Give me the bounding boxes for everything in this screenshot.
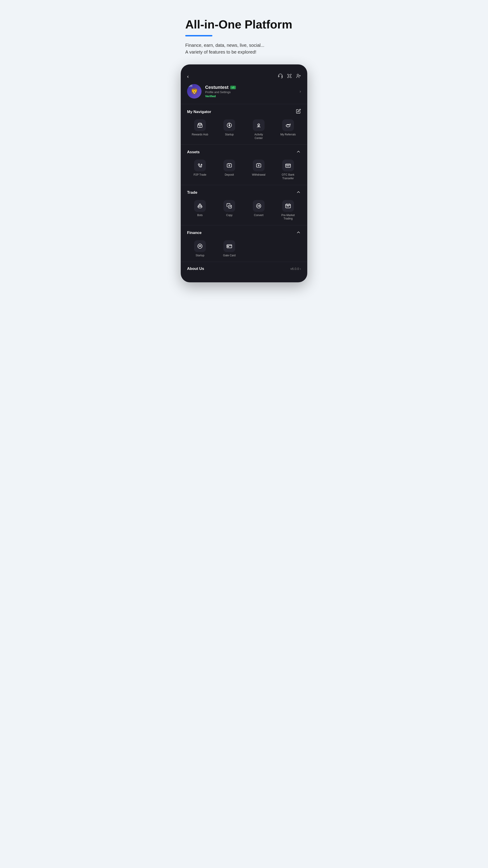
svg-point-24 — [199, 206, 199, 206]
svg-point-12 — [258, 125, 259, 125]
finance-item-gate-card[interactable]: Gate Card — [217, 240, 242, 257]
deposit-label: Deposit — [225, 173, 234, 177]
finance-item-startup[interactable]: Startup — [187, 240, 213, 257]
p2p-trade-icon — [194, 160, 206, 171]
assets-grid: P2P Trade Deposit — [187, 160, 301, 180]
edit-icon[interactable] — [296, 109, 301, 115]
user-add-icon[interactable] — [296, 73, 301, 80]
header-icons — [278, 73, 301, 80]
my-referrals-label: My Referrals — [281, 133, 296, 136]
assets-section: Assets — [181, 145, 307, 185]
gate-card-label: Gate Card — [223, 254, 235, 257]
convert-icon — [253, 200, 265, 212]
profile-username: Cestuntest — [205, 85, 228, 90]
gate-card-icon — [223, 240, 235, 252]
my-referrals-icon — [282, 119, 294, 131]
svg-point-3 — [297, 74, 299, 76]
startup-icon — [223, 119, 235, 131]
navigator-title: My Navigator — [187, 110, 211, 114]
avatar: NFT 🦁 — [187, 84, 201, 98]
svg-point-34 — [200, 246, 201, 246]
rewards-hub-label: Rewards Hub — [192, 133, 208, 136]
about-row[interactable]: About Us v6.0.0 › — [181, 262, 307, 276]
startup-label: Startup — [225, 133, 234, 136]
navigator-section: My Navigator — [181, 104, 307, 145]
trade-item-convert[interactable]: Convert — [246, 200, 271, 221]
svg-point-25 — [200, 206, 201, 206]
premarket-icon — [282, 200, 294, 212]
copy-label: Copy — [226, 214, 232, 217]
navigator-item-my-referrals[interactable]: My Referrals — [275, 119, 301, 140]
profile-name-row: Cestuntest v5 — [205, 85, 296, 90]
about-version: v6.0.0 › — [290, 267, 301, 271]
headset-icon[interactable] — [278, 73, 283, 80]
navigator-header: My Navigator — [187, 109, 301, 115]
profile-section[interactable]: NFT 🦁 Cestuntest v5 Profile and Settings… — [181, 84, 307, 104]
svg-point-33 — [199, 246, 199, 246]
profile-arrow-icon[interactable]: › — [300, 89, 301, 94]
phone-header: ‹ — [181, 71, 307, 84]
back-button[interactable]: ‹ — [187, 74, 189, 80]
bots-icon — [194, 200, 206, 212]
finance-section: Finance — [181, 225, 307, 262]
p2p-trade-label: P2P Trade — [194, 173, 206, 177]
activity-center-icon — [253, 119, 265, 131]
svg-rect-1 — [282, 76, 283, 77]
nft-badge: NFT — [187, 84, 193, 87]
trade-header: Trade — [187, 190, 301, 195]
navigator-item-startup[interactable]: Startup — [217, 119, 242, 140]
trade-item-copy[interactable]: Copy — [217, 200, 242, 221]
assets-header: Assets — [187, 149, 301, 155]
profile-subtitle: Profile and Settings — [205, 90, 296, 94]
scan-icon[interactable] — [287, 73, 292, 80]
headline-section: All-in-One Platform Finance, earn, data,… — [181, 9, 307, 55]
svg-rect-37 — [228, 246, 228, 247]
assets-item-withdrawal[interactable]: Withdrawal — [246, 160, 271, 180]
finance-header: Finance — [187, 230, 301, 236]
trade-title: Trade — [187, 190, 197, 195]
svg-text:OTC: OTC — [286, 165, 289, 167]
otc-bank-label: OTC BankTransefer — [282, 173, 294, 180]
finance-grid: Startup Gate Card — [187, 240, 301, 257]
deposit-icon — [223, 160, 235, 171]
assets-title: Assets — [187, 150, 200, 154]
about-title: About Us — [187, 267, 204, 271]
svg-point-17 — [200, 166, 202, 167]
trade-collapse-icon[interactable] — [296, 190, 301, 195]
page-wrapper: All-in-One Platform Finance, earn, data,… — [181, 9, 307, 282]
assets-item-otc-bank[interactable]: OTC OTC BankTransefer — [275, 160, 301, 180]
trade-grid: Bots Copy — [187, 200, 301, 221]
premarket-label: Pre-MarketTrading — [281, 214, 295, 221]
bots-label: Bots — [197, 214, 203, 217]
accent-bar — [185, 35, 213, 36]
withdrawal-icon — [253, 160, 265, 171]
otc-bank-icon: OTC — [282, 160, 294, 171]
finance-startup-label: Startup — [196, 254, 204, 257]
trade-section: Trade — [181, 185, 307, 225]
convert-label: Convert — [254, 214, 263, 217]
page-title: All-in-One Platform — [185, 18, 303, 31]
navigator-item-activity-center[interactable]: ActivityCenter — [246, 119, 271, 140]
activity-center-label: ActivityCenter — [254, 133, 263, 140]
profile-info: Cestuntest v5 Profile and Settings Verif… — [205, 85, 296, 98]
svg-rect-0 — [278, 76, 279, 77]
finance-startup-icon — [194, 240, 206, 252]
profile-version-badge: v5 — [230, 86, 236, 89]
phone-mockup: ‹ — [181, 64, 307, 282]
assets-item-deposit[interactable]: Deposit — [217, 160, 242, 180]
finance-title: Finance — [187, 230, 201, 235]
svg-rect-2 — [288, 75, 290, 77]
assets-item-p2p-trade[interactable]: P2P Trade — [187, 160, 213, 180]
assets-collapse-icon[interactable] — [296, 149, 301, 155]
copy-icon — [223, 200, 235, 212]
navigator-item-rewards-hub[interactable]: Rewards Hub — [187, 119, 213, 140]
verified-badge: Verified — [205, 94, 296, 98]
trade-item-premarket[interactable]: Pre-MarketTrading — [275, 200, 301, 221]
finance-collapse-icon[interactable] — [296, 230, 301, 236]
navigator-grid: Rewards Hub Startup — [187, 119, 301, 140]
withdrawal-label: Withdrawal — [252, 173, 265, 177]
rewards-hub-icon — [194, 119, 206, 131]
trade-item-bots[interactable]: Bots — [187, 200, 213, 221]
page-subtitle: Finance, earn, data, news, live, social.… — [185, 42, 303, 55]
